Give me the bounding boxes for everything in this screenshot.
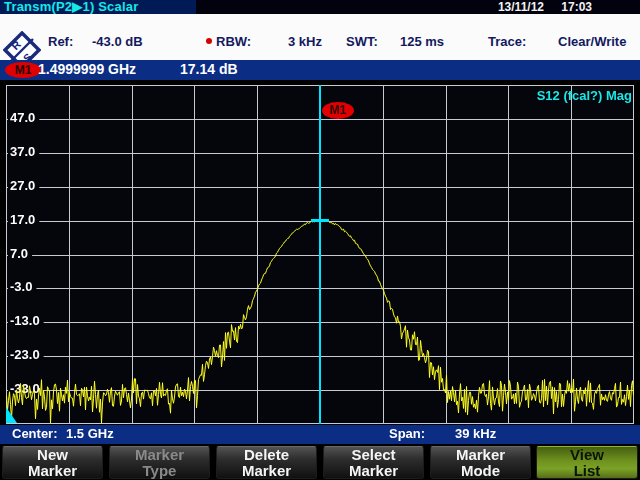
time-display: 17:03 [561,0,592,14]
date-display: 13/11/12 [498,0,544,14]
softkey-new-marker[interactable]: NewMarker [2,446,103,479]
ref-label: Ref: [48,34,73,49]
softkey-marker-type[interactable]: MarkerType [109,446,210,479]
softkey-view-list[interactable]: ViewList [536,446,638,479]
rbw-value: 3 kHz [288,34,322,49]
marker-badge: M1 [5,62,41,78]
span-value: 39 kHz [455,426,496,441]
settings-header: R S Ref: -43.0 dB RBW: 3 kHz SWT: 125 ms… [0,14,640,60]
ref-value: -43.0 dB [92,34,143,49]
softkey-delete-marker[interactable]: DeleteMarker [216,446,317,479]
frequency-axis-bar: Center: 1.5 GHz Span: 39 kHz [0,425,640,444]
spectrum-plot [6,85,634,424]
marker-m1-flag: M1 [322,102,354,119]
softkey-bar: NewMarker MarkerType DeleteMarker Select… [0,444,640,480]
marker-readout-bar: M1 1.4999999 GHz 17.14 dB [0,60,640,80]
trace-format-label: S12 (fcal?) Mag [537,88,632,103]
trace-label: Trace: [488,34,526,49]
center-label: Center: [12,426,58,441]
measurement-mode-title: Transm(P2▶1) Scalar [4,0,138,14]
rbw-annunciator-dot-icon [206,38,212,44]
softkey-marker-mode[interactable]: MarkerMode [430,446,531,479]
top-status-bar: Transm(P2▶1) Scalar 13/11/12 17:03 [0,0,640,14]
swt-value: 125 ms [400,34,444,49]
swt-label: SWT: [346,34,378,49]
marker-frequency: 1.4999999 GHz [38,61,136,77]
instrument-screen: Transm(P2▶1) Scalar 13/11/12 17:03 R S R… [0,0,640,480]
marker-level: 17.14 dB [180,61,238,77]
rbw-label: RBW: [216,34,251,49]
softkey-select-marker[interactable]: SelectMarker [323,446,424,479]
span-label: Span: [389,426,425,441]
center-value: 1.5 GHz [66,426,114,441]
trace-value: Clear/Write [558,34,626,49]
trace-start-triangle-icon [6,407,17,423]
